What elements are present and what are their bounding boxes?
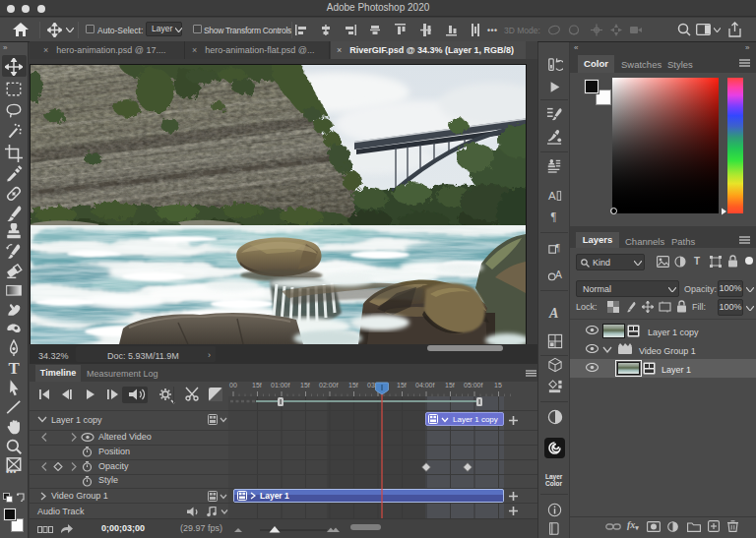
svg-text:A: A	[555, 269, 562, 280]
svg-text:¶: ¶	[555, 243, 560, 253]
svg-text:Color: Color	[545, 480, 562, 487]
svg-text:A: A	[548, 190, 556, 202]
svg-text:A: A	[548, 305, 558, 321]
svg-text:T: T	[8, 359, 19, 377]
svg-text:¶: ¶	[551, 210, 557, 222]
